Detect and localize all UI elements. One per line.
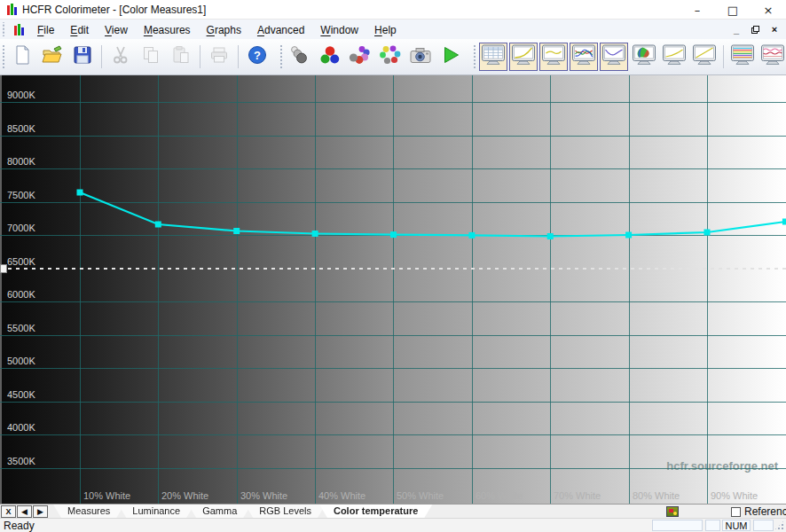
print-icon — [208, 44, 230, 69]
status-panel — [652, 520, 703, 531]
status-num-indicator: NUM — [722, 520, 751, 531]
data-point-marker — [782, 219, 786, 225]
menu-view[interactable]: View — [97, 22, 136, 38]
toolbar-grip — [279, 45, 283, 68]
data-point-marker — [547, 233, 554, 239]
monitor-pink-icon — [760, 44, 785, 69]
view-noise-button[interactable] — [758, 43, 786, 71]
data-point-marker — [155, 222, 161, 228]
minimize-button[interactable]: – — [680, 0, 715, 20]
app-logo-icon — [7, 4, 17, 15]
menu-graphs[interactable]: Graphs — [199, 22, 249, 38]
menu-advanced[interactable]: Advanced — [249, 22, 312, 38]
play-icon — [440, 44, 461, 69]
tab-luminance[interactable]: Luminance — [118, 505, 194, 518]
monitor-gamma-icon — [541, 44, 566, 69]
view-color-temperature-button[interactable] — [600, 43, 628, 71]
view-luminance-button[interactable] — [509, 43, 538, 71]
save-button[interactable] — [68, 43, 97, 71]
mdi-restore-button[interactable] — [751, 26, 759, 34]
status-panel — [753, 520, 774, 531]
data-point-marker — [625, 232, 632, 239]
data-point-marker — [468, 232, 475, 239]
tab-measures[interactable]: Measures — [53, 505, 124, 518]
menu-help[interactable]: Help — [366, 22, 405, 38]
toolbar-grip — [2, 45, 5, 68]
grayscale-measure-button[interactable] — [286, 43, 314, 71]
view-rgb-levels-button[interactable] — [570, 43, 598, 71]
monitor-temperature-icon — [601, 44, 626, 69]
close-button[interactable]: × — [751, 0, 786, 20]
svg-text:?: ? — [254, 49, 261, 62]
monitor-rgb-icon — [571, 44, 596, 69]
tab-rgb-levels[interactable]: RGB Levels — [245, 505, 326, 518]
menu-file[interactable]: File — [29, 22, 62, 38]
mdi-minimize-button[interactable]: _ — [730, 24, 743, 35]
cut-scissors-icon — [110, 44, 131, 69]
tab-scroll-right-button[interactable]: ▶ — [33, 505, 48, 518]
window-title: HCFR Colorimeter - [Color Measures1] — [22, 4, 206, 16]
sensor-status-icon — [666, 506, 679, 517]
help-icon: ? — [247, 44, 268, 69]
monitor-diagonal-icon — [692, 44, 717, 69]
rgb-spheres-icon — [318, 44, 342, 69]
reference-checkbox[interactable] — [731, 507, 741, 517]
data-point-marker — [312, 231, 318, 237]
toolbar-separator — [101, 45, 102, 68]
help-button[interactable]: ? — [243, 43, 271, 71]
new-document-icon — [12, 44, 33, 69]
tab-scroll-left-button[interactable]: ◀ — [17, 505, 32, 518]
maximize-button[interactable]: □ — [715, 0, 751, 20]
data-point-marker — [233, 228, 240, 234]
app-window: HCFR Colorimeter - [Color Measures1] – □… — [0, 0, 786, 532]
tab-close-button[interactable]: X — [1, 505, 16, 518]
monitor-cie-icon — [632, 44, 656, 69]
toolbar: ? — [0, 39, 786, 75]
save-floppy-icon — [72, 44, 93, 69]
view-spectrum-button[interactable] — [728, 43, 757, 71]
view-cie-chart-button[interactable] — [630, 43, 658, 71]
reference-checkbox-row[interactable]: Reference — [731, 505, 786, 518]
menu-bar: FileEditViewMeasuresGraphsAdvancedWindow… — [0, 20, 786, 39]
color-temperature-chart: hcfr.sourceforge.net 10% White20% White3… — [0, 75, 786, 504]
status-panel — [705, 520, 720, 531]
colorchecker-measure-button[interactable] — [376, 43, 405, 71]
status-message: Ready — [4, 520, 35, 532]
snapshot-button[interactable] — [406, 43, 435, 71]
paste-button — [167, 43, 195, 71]
graph-tab-bar: X ◀ ▶ MeasuresLuminanceGammaRGB LevelsCo… — [0, 504, 786, 518]
print-button — [205, 43, 233, 71]
menu-edit[interactable]: Edit — [62, 22, 97, 38]
saturations-measure-button[interactable] — [346, 43, 374, 71]
menubar-grip — [2, 22, 5, 35]
data-point-marker — [390, 231, 397, 238]
view-luminance-hist-button[interactable] — [660, 43, 688, 71]
status-bar: Ready NUM — [0, 518, 786, 532]
view-measures-grid-button[interactable] — [479, 43, 507, 71]
toolbar-grip — [473, 45, 476, 68]
toolbar-group-measures — [278, 39, 471, 74]
monitor-luminance-icon — [511, 44, 536, 69]
toolbar-separator — [238, 45, 239, 68]
arc-spheres-icon — [349, 44, 372, 69]
menu-measures[interactable]: Measures — [136, 22, 199, 38]
mdi-child-icon[interactable] — [14, 24, 24, 35]
new-button[interactable] — [8, 43, 36, 71]
run-measures-button[interactable] — [436, 43, 465, 71]
tab-gamma[interactable]: Gamma — [188, 505, 251, 518]
menu-window[interactable]: Window — [312, 22, 366, 38]
view-gamma-hist-button[interactable] — [690, 43, 719, 71]
mdi-close-button[interactable]: × — [768, 24, 781, 35]
tab-color-temperature[interactable]: Color temperature — [319, 505, 432, 518]
toolbar-separator — [723, 45, 724, 68]
copy-icon — [140, 44, 161, 69]
toolbar-group-standard: ? — [0, 39, 278, 74]
copy-button — [137, 43, 165, 71]
view-gamma-button[interactable] — [539, 43, 568, 71]
camera-icon — [409, 44, 433, 69]
temperature-curve — [80, 192, 785, 237]
toolbar-group-views — [471, 39, 786, 74]
primaries-measure-button[interactable] — [316, 43, 344, 71]
resize-grip[interactable] — [774, 520, 785, 531]
open-button[interactable] — [38, 43, 67, 71]
